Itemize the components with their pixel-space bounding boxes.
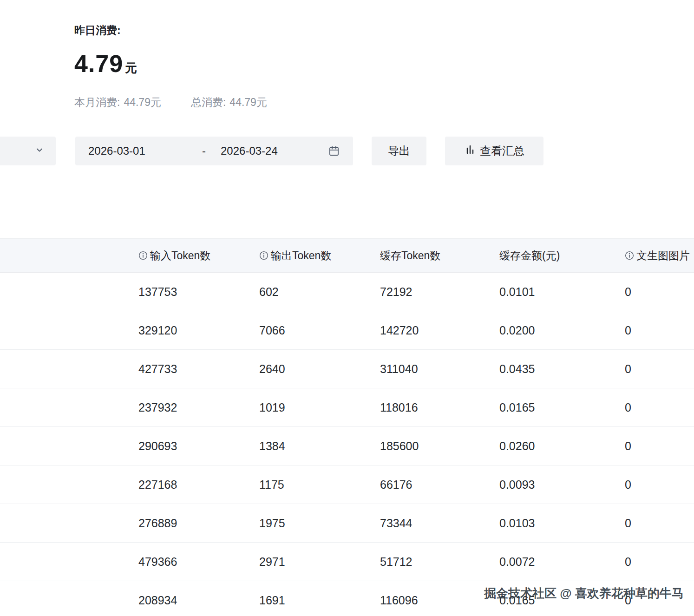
cell-cache-amount: 0.0435 xyxy=(499,350,625,388)
table-row: 137753 602 72192 0.0101 0 xyxy=(0,273,694,311)
row-spacer-cell xyxy=(0,311,138,350)
cell-input-tokens: 276889 xyxy=(138,504,259,543)
date-start[interactable]: 2026-03-01 xyxy=(88,144,202,157)
cell-cache-amount: 0.0103 xyxy=(499,504,625,543)
cell-input-tokens: 208934 xyxy=(138,581,259,616)
table-row: 237932 1019 118016 0.0165 0 xyxy=(0,388,694,427)
row-spacer-cell xyxy=(0,427,138,465)
cell-output-tokens: 2971 xyxy=(259,543,380,581)
cell-input-tokens: 479366 xyxy=(138,543,259,581)
cell-cache-amount: 0.0165 xyxy=(499,581,625,616)
cell-cache-tokens: 66176 xyxy=(380,465,499,504)
export-button-label: 导出 xyxy=(388,144,410,158)
view-summary-button[interactable]: 查看汇总 xyxy=(445,137,543,165)
yesterday-spend-value: 4.79 xyxy=(74,50,123,78)
column-header-cache-amount: 缓存金额(元) xyxy=(499,239,625,273)
cell-cache-tokens: 118016 xyxy=(380,388,499,427)
header-spacer-cell xyxy=(0,239,138,273)
table-row: 427733 2640 311040 0.0435 0 xyxy=(0,350,694,388)
cell-image-count: 0 xyxy=(625,273,694,311)
view-summary-label: 查看汇总 xyxy=(480,144,524,158)
date-end[interactable]: 2026-03-24 xyxy=(221,144,278,157)
cell-output-tokens: 1175 xyxy=(259,465,380,504)
cell-cache-tokens: 72192 xyxy=(380,273,499,311)
cell-input-tokens: 427733 xyxy=(138,350,259,388)
filter-bar: 2026-03-01 - 2026-03-24 导出 查看汇总 xyxy=(0,137,694,165)
yesterday-spend-unit: 元 xyxy=(125,60,137,76)
cell-image-count: 0 xyxy=(625,543,694,581)
cell-image-count: 0 xyxy=(625,311,694,350)
cell-cache-amount: 0.0165 xyxy=(499,388,625,427)
cell-output-tokens: 2640 xyxy=(259,350,380,388)
row-spacer-cell xyxy=(0,388,138,427)
usage-table: 输入Token数 输出Token数 xyxy=(0,238,694,616)
cell-image-count: 0 xyxy=(625,350,694,388)
column-label: 输入Token数 xyxy=(150,249,210,263)
table-row: 329120 7066 142720 0.0200 0 xyxy=(0,311,694,350)
cell-image-count: 0 xyxy=(625,581,694,616)
yesterday-spend-amount: 4.79 元 xyxy=(74,50,267,78)
column-label: 缓存金额(元) xyxy=(499,249,560,263)
month-spend: 本月消费: 44.79元 xyxy=(74,95,161,110)
info-icon[interactable] xyxy=(138,251,148,260)
cell-cache-tokens: 311040 xyxy=(380,350,499,388)
cell-input-tokens: 137753 xyxy=(138,273,259,311)
cell-cache-tokens: 51712 xyxy=(380,543,499,581)
table-header-row: 输入Token数 输出Token数 xyxy=(0,239,694,273)
cell-input-tokens: 329120 xyxy=(138,311,259,350)
cell-input-tokens: 290693 xyxy=(138,427,259,465)
cell-output-tokens: 1691 xyxy=(259,581,380,616)
table-body: 137753 602 72192 0.0101 0 329120 7066 14… xyxy=(0,273,694,616)
cell-cache-tokens: 116096 xyxy=(380,581,499,616)
calendar-icon xyxy=(328,145,340,157)
month-spend-value: 44.79元 xyxy=(124,95,161,110)
row-spacer-cell xyxy=(0,465,138,504)
cell-output-tokens: 1975 xyxy=(259,504,380,543)
cell-input-tokens: 237932 xyxy=(138,388,259,427)
column-header-cache-tokens: 缓存Token数 xyxy=(380,239,499,273)
cell-cache-tokens: 73344 xyxy=(380,504,499,543)
cell-cache-tokens: 142720 xyxy=(380,311,499,350)
table-row: 290693 1384 185600 0.0260 0 xyxy=(0,427,694,465)
column-header-input-tokens: 输入Token数 xyxy=(138,239,259,273)
total-spend: 总消费: 44.79元 xyxy=(191,95,267,110)
cell-output-tokens: 602 xyxy=(259,273,380,311)
table-row: 479366 2971 51712 0.0072 0 xyxy=(0,543,694,581)
cell-cache-tokens: 185600 xyxy=(380,427,499,465)
cell-cache-amount: 0.0072 xyxy=(499,543,625,581)
row-spacer-cell xyxy=(0,350,138,388)
table-row: 227168 1175 66176 0.0093 0 xyxy=(0,465,694,504)
table-row: 276889 1975 73344 0.0103 0 xyxy=(0,504,694,543)
yesterday-spend-label: 昨日消费: xyxy=(74,23,267,38)
cell-cache-amount: 0.0101 xyxy=(499,273,625,311)
row-spacer-cell xyxy=(0,543,138,581)
spend-subtotals: 本月消费: 44.79元 总消费: 44.79元 xyxy=(74,95,267,110)
cell-cache-amount: 0.0200 xyxy=(499,311,625,350)
cell-output-tokens: 1384 xyxy=(259,427,380,465)
month-spend-label: 本月消费: xyxy=(74,95,120,110)
export-button[interactable]: 导出 xyxy=(372,137,426,165)
table-row: 208934 1691 116096 0.0165 0 xyxy=(0,581,694,616)
row-spacer-cell xyxy=(0,504,138,543)
info-icon[interactable] xyxy=(625,251,634,260)
cell-image-count: 0 xyxy=(625,388,694,427)
spend-summary: 昨日消费: 4.79 元 本月消费: 44.79元 总消费: 44.79元 xyxy=(74,23,267,110)
cell-output-tokens: 7066 xyxy=(259,311,380,350)
date-range-picker[interactable]: 2026-03-01 - 2026-03-24 xyxy=(75,137,353,165)
total-spend-value: 44.79元 xyxy=(229,95,267,110)
cell-image-count: 0 xyxy=(625,504,694,543)
cell-image-count: 0 xyxy=(625,465,694,504)
cell-image-count: 0 xyxy=(625,427,694,465)
info-icon[interactable] xyxy=(259,251,268,260)
cell-input-tokens: 227168 xyxy=(138,465,259,504)
cell-cache-amount: 0.0093 xyxy=(499,465,625,504)
date-separator: - xyxy=(202,144,221,157)
bar-chart-icon xyxy=(464,144,475,158)
row-spacer-cell xyxy=(0,581,138,616)
column-label: 文生图图片 xyxy=(636,249,690,263)
column-label: 输出Token数 xyxy=(271,249,331,263)
column-label: 缓存Token数 xyxy=(380,249,440,263)
filter-select[interactable] xyxy=(0,137,56,165)
row-spacer-cell xyxy=(0,273,138,311)
total-spend-label: 总消费: xyxy=(191,95,226,110)
